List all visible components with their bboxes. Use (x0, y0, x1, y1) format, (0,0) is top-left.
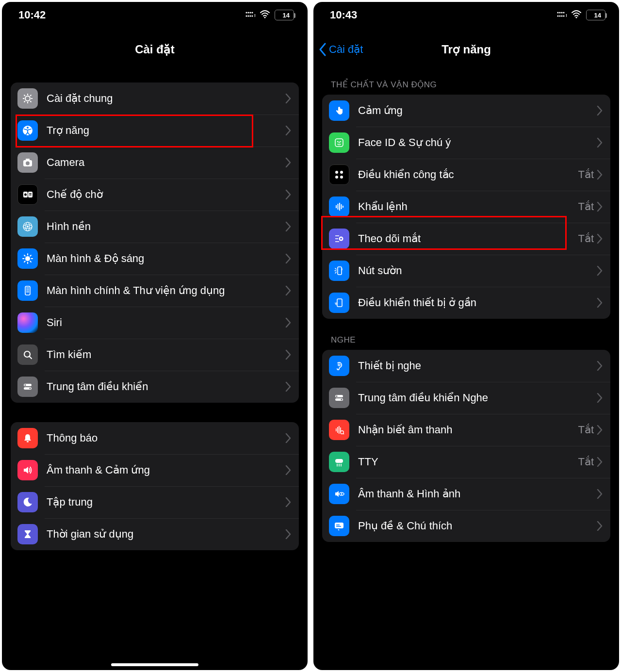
row-siri[interactable]: Siri (11, 307, 299, 339)
row-focus[interactable]: Tập trung (11, 486, 299, 518)
row-homescreen[interactable]: Màn hình chính & Thư viện ứng dụng (11, 275, 299, 307)
chevron-icon (597, 266, 603, 276)
row-tty[interactable]: TTY Tắt (322, 446, 610, 478)
speaker-icon (17, 460, 38, 480)
touch-icon (329, 100, 349, 121)
siri-icon (17, 312, 38, 333)
chevron-icon (285, 382, 291, 392)
chevron-icon (285, 497, 291, 507)
row-value: Tắt (578, 232, 594, 245)
right-screenshot: 10:43 14 Cài đặt Trợ năng THỂ CHẤT VÀ VẬ… (313, 2, 619, 670)
chevron-icon (597, 393, 603, 403)
row-label: Trợ năng (47, 124, 285, 137)
chevron-icon (285, 190, 291, 199)
row-audio-visual[interactable]: Âm thanh & Hình ảnh (322, 478, 610, 510)
row-side-button[interactable]: Nút sườn (322, 255, 610, 287)
page-title: Trợ năng (441, 43, 491, 56)
wifi-icon (259, 9, 271, 21)
row-label: Phụ đề & Chú thích (358, 519, 594, 533)
row-hearing-devices[interactable]: Thiết bị nghe (322, 350, 610, 382)
status-time: 10:43 (330, 9, 357, 21)
nav-bar: Cài đặt Trợ năng (313, 36, 619, 63)
row-subtitles[interactable]: Phụ đề & Chú thích (322, 510, 610, 542)
chevron-icon (597, 361, 603, 371)
dual-sim-icon (556, 9, 567, 21)
audio-visual-icon (329, 484, 349, 504)
chevron-icon (597, 457, 603, 467)
row-label: Âm thanh & Hình ảnh (358, 487, 594, 501)
settings-group-notifications: Thông báo Âm thanh & Cảm ứng Tập trung T… (11, 422, 299, 550)
row-label: Tìm kiếm (47, 348, 285, 361)
back-button[interactable]: Cài đặt (318, 43, 363, 56)
voice-icon (329, 197, 349, 217)
settings-group-general: Cài đặt chung Trợ năng Camera Chế độ chờ (11, 82, 299, 403)
row-accessibility[interactable]: Trợ năng (11, 115, 299, 147)
row-screentime[interactable]: Thời gian sử dụng (11, 518, 299, 550)
chevron-icon (285, 529, 291, 539)
row-label: Điều khiển công tắc (358, 168, 578, 181)
chevron-icon (285, 433, 291, 443)
row-switch-control[interactable]: Điều khiển công tắc Tắt (322, 159, 610, 191)
row-label: Theo dõi mắt (358, 232, 578, 246)
battery-indicator: 14 (586, 10, 605, 20)
row-label: Nhận biết âm thanh (358, 423, 578, 437)
row-standby[interactable]: Chế độ chờ (11, 179, 299, 211)
row-general[interactable]: Cài đặt chung (11, 82, 299, 115)
row-label: Trung tâm điều khiển (47, 380, 285, 393)
row-label: Thiết bị nghe (358, 359, 594, 373)
chevron-icon (285, 158, 291, 167)
ear-icon (329, 356, 349, 376)
page-title: Cài đặt (135, 43, 175, 56)
accessibility-icon (17, 120, 38, 141)
chevron-icon (597, 234, 603, 244)
switch-control-icon (329, 164, 349, 185)
nearby-icon (329, 293, 349, 313)
tty-icon (329, 452, 349, 472)
row-touch[interactable]: Cảm ứng (322, 95, 610, 127)
toggles-icon (329, 388, 349, 408)
chevron-icon (285, 318, 291, 328)
row-label: Khẩu lệnh (358, 200, 578, 213)
row-label: Tập trung (47, 495, 285, 509)
row-label: Thông báo (47, 431, 285, 445)
chevron-icon (597, 106, 603, 115)
row-label: Màn hình & Độ sáng (47, 252, 285, 265)
home-indicator[interactable] (111, 663, 198, 666)
row-faceid[interactable]: Face ID & Sự chú ý (322, 127, 610, 159)
row-value: Tắt (578, 200, 594, 213)
row-eye-tracking[interactable]: Theo dõi mắt Tắt (322, 223, 610, 255)
row-voice-control[interactable]: Khẩu lệnh Tắt (322, 191, 610, 223)
row-search[interactable]: Tìm kiếm (11, 339, 299, 371)
row-label: Hình nền (47, 220, 285, 233)
row-label: TTY (358, 455, 578, 469)
chevron-icon (597, 138, 603, 148)
row-nearby-devices[interactable]: Điều khiển thiết bị ở gần (322, 287, 610, 319)
homescreen-icon (17, 280, 38, 301)
wifi-icon (571, 9, 582, 21)
row-sounds[interactable]: Âm thanh & Cảm ứng (11, 454, 299, 486)
row-notifications[interactable]: Thông báo (11, 422, 299, 454)
row-control-center[interactable]: Trung tâm điều khiển (11, 371, 299, 403)
row-label: Cảm ứng (358, 104, 594, 117)
row-sound-recognition[interactable]: Nhận biết âm thanh Tắt (322, 414, 610, 446)
camera-icon (17, 152, 38, 173)
chevron-icon (597, 521, 603, 531)
row-label: Điều khiển thiết bị ở gần (358, 296, 594, 310)
row-label: Cài đặt chung (47, 92, 285, 105)
toggles-icon (17, 377, 38, 397)
row-value: Tắt (578, 456, 594, 468)
status-bar: 10:42 14 (2, 2, 308, 28)
chevron-left-icon (318, 43, 327, 56)
back-label: Cài đặt (329, 43, 363, 56)
chevron-icon (597, 170, 603, 180)
section-header-physical: THỂ CHẤT VÀ VẬN ĐỘNG (322, 63, 610, 95)
status-time: 10:42 (18, 9, 46, 21)
chevron-icon (285, 286, 291, 295)
row-hearing-control-center[interactable]: Trung tâm điều khiển Nghe (322, 382, 610, 414)
row-camera[interactable]: Camera (11, 147, 299, 179)
row-label: Màn hình chính & Thư viện ứng dụng (47, 284, 285, 297)
row-display[interactable]: Màn hình & Độ sáng (11, 243, 299, 275)
row-wallpaper[interactable]: Hình nền (11, 211, 299, 243)
row-label: Face ID & Sự chú ý (358, 136, 594, 149)
row-label: Chế độ chờ (47, 188, 285, 201)
